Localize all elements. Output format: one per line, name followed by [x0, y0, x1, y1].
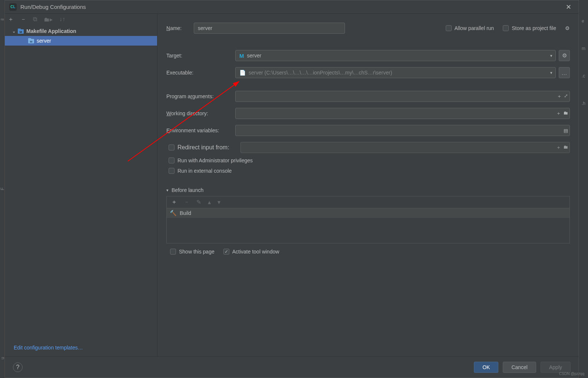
before-launch-header[interactable]: ▾ Before launch [166, 187, 570, 193]
store-as-project-checkbox[interactable]: Store as project file [503, 25, 556, 31]
insert-macro-icon[interactable]: ＋ [557, 93, 562, 100]
remove-task-icon[interactable]: － [184, 198, 190, 206]
env-vars-input[interactable]: ▤ [235, 125, 570, 136]
allow-parallel-checkbox[interactable]: Allow parallel run [446, 25, 494, 31]
apply-button[interactable]: Apply [541, 362, 571, 373]
config-tree-panel: ＋ － ⧉ 🖿▸ ↓↑ ⌄ M Makefile Application M [5, 14, 157, 356]
close-icon[interactable]: ✕ [563, 1, 574, 13]
working-dir-label: Working directory: [166, 110, 235, 116]
executable-combo[interactable]: 📄 server (C:\Users\…\…\…\…ionProjects\…m… [235, 67, 556, 78]
copy-config-icon[interactable]: ⧉ [33, 16, 37, 23]
gear-icon[interactable]: ⚙ [565, 25, 570, 31]
hammer-icon: 🔨 [170, 210, 177, 216]
background-left-gutter: ilFu [0, 0, 4, 378]
tree-toolbar: ＋ － ⧉ 🖿▸ ↓↑ [5, 14, 157, 25]
cancel-button[interactable]: Cancel [503, 362, 536, 373]
expand-field-icon[interactable]: ⤢ [564, 93, 568, 100]
working-dir-input[interactable]: ＋🖿 [235, 108, 570, 119]
insert-macro-icon[interactable]: ＋ [556, 144, 561, 151]
makefile-item-icon: M [28, 38, 34, 44]
run-debug-config-dialog: Run/Debug Configurations ✕ ＋ － ⧉ 🖿▸ ↓↑ ⌄… [4, 0, 579, 378]
browse-folder-icon[interactable]: 🖿 [563, 144, 568, 151]
program-args-input[interactable]: ＋⤢ [235, 91, 570, 102]
file-unknown-icon: 📄 [239, 70, 246, 76]
add-task-icon[interactable]: ＋ [171, 198, 177, 206]
browse-folder-icon[interactable]: 🖿 [563, 110, 568, 117]
name-label: Name: [166, 25, 194, 31]
before-launch-toolbar: ＋ － ✎ ▴ ▾ [166, 196, 570, 208]
ok-button[interactable]: OK [474, 362, 498, 373]
env-vars-label: Environment variables: [166, 127, 235, 133]
clion-app-icon [9, 3, 17, 11]
list-edit-icon[interactable]: ▤ [564, 128, 568, 133]
tree-group-label: Makefile Application [26, 28, 76, 34]
edit-templates-link[interactable]: Edit configuration templates… [14, 345, 83, 351]
program-args-label: Program arguments: [166, 93, 235, 99]
executable-label: Executable: [166, 70, 235, 76]
browse-executable-button[interactable]: … [559, 67, 570, 78]
insert-macro-icon[interactable]: ＋ [556, 110, 561, 117]
redirect-input-checkbox[interactable]: Redirect input from: [166, 144, 240, 151]
tree-item-label: server [37, 38, 51, 44]
sort-icon[interactable]: ↓↑ [59, 16, 65, 23]
tree-group-makefile[interactable]: ⌄ M Makefile Application [5, 26, 157, 36]
name-input[interactable]: server [194, 23, 345, 34]
watermark-text: CSDN @pzzqq [559, 372, 584, 376]
target-settings-button[interactable]: ⚙ [559, 50, 570, 61]
move-down-icon[interactable]: ▾ [217, 199, 220, 206]
external-console-checkbox[interactable]: Run in external console [169, 168, 232, 174]
background-right-gutter: em.c.h [579, 0, 588, 378]
activate-tool-window-checkbox[interactable]: Activate tool window [223, 249, 279, 255]
admin-privileges-checkbox[interactable]: Run with Administrator privileges [169, 158, 253, 163]
svg-rect-1 [18, 29, 21, 30]
svg-rect-4 [28, 38, 31, 40]
redirect-input-field[interactable]: ＋🖿 [240, 142, 570, 153]
folder-move-icon[interactable]: 🖿▸ [44, 16, 53, 23]
add-config-icon[interactable]: ＋ [8, 16, 14, 23]
target-combo[interactable]: M server ▾ [235, 50, 556, 61]
build-task-row[interactable]: 🔨 Build [167, 208, 569, 218]
remove-config-icon[interactable]: － [20, 16, 26, 23]
chevron-down-icon: ▾ [166, 188, 169, 193]
show-this-page-checkbox[interactable]: Show this page [170, 249, 215, 255]
before-launch-list[interactable]: 🔨 Build [166, 208, 570, 243]
move-up-icon[interactable]: ▴ [208, 199, 211, 206]
help-button[interactable]: ? [13, 362, 23, 372]
config-tree[interactable]: ⌄ M Makefile Application M server [5, 25, 157, 339]
makefile-icon: M [17, 28, 24, 34]
svg-text:M: M [20, 30, 22, 34]
svg-text:M: M [30, 40, 33, 43]
chevron-down-icon: ▾ [550, 70, 552, 75]
m-target-icon: M [239, 53, 244, 59]
dialog-title: Run/Debug Configurations [20, 4, 86, 10]
chevron-down-icon: ⌄ [12, 29, 17, 34]
dialog-titlebar: Run/Debug Configurations ✕ [5, 0, 579, 14]
tree-item-server[interactable]: M server [5, 36, 157, 46]
config-form-panel: Name: server Allow parallel run Store as… [157, 14, 579, 356]
dialog-footer: ? OK Cancel Apply [5, 356, 579, 378]
target-label: Target: [166, 53, 235, 59]
chevron-down-icon: ▾ [550, 53, 552, 58]
edit-task-icon[interactable]: ✎ [196, 199, 201, 206]
